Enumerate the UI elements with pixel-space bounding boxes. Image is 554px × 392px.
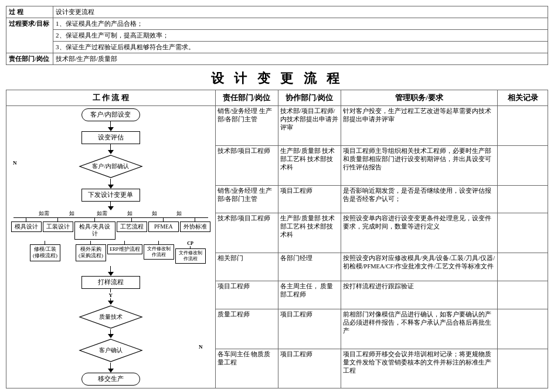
transfer-box: 移交生产: [81, 373, 140, 386]
collab-4: 生产部/质量部 技术部工艺科 技术部技术科: [278, 213, 341, 253]
page: 过 程 设计变更流程 过程要求/目标 1、保证模具生产的产品合格； 2、保证模具…: [0, 0, 554, 392]
requirement-1: 1、保证模具生产的产品合格；: [53, 18, 548, 30]
header-collab: 协作部门/岗位: [278, 90, 341, 106]
branch-label-4: 如: [118, 210, 142, 217]
sub-box-2: 模外采购(采购流程): [76, 244, 106, 261]
flow-customer-confirm: N 客户确认: [8, 338, 213, 363]
collab-5: 各部门经理: [278, 253, 341, 281]
confirm-text: 客户/内部确认: [92, 162, 129, 171]
sub-box-4: 文件修改制作流程: [144, 244, 174, 260]
main-title: 设 计 变 更 流 程: [6, 66, 548, 90]
requirement-2: 2、保证模具生产可制，提高正期效率；: [53, 30, 548, 42]
line: [110, 121, 111, 127]
manage-3: 是否影响近期发货，是否是否继续使用，设变评估报告是否经客户认可；: [341, 185, 498, 213]
manage-1: 针对客户投变，生产过程工艺改进等起草需要内技术部提出申请并评审: [341, 106, 498, 146]
collab-1: 技术部/项目工程师/内技术部提出申请并评审: [278, 106, 341, 146]
connector-4: [108, 202, 114, 210]
flow-evaluate: 设变评估: [8, 131, 213, 144]
manage-5: 按照设变内容对应修改模具/夹具/设备/工装/刀具/仅器/初检模/PFMEA/CF…: [341, 253, 498, 281]
dept-value: 技术部/生产部/质量部: [53, 53, 548, 65]
connector-8: [108, 363, 114, 373]
line: [110, 144, 111, 150]
record-6: [498, 281, 548, 309]
sub-box-5: 文件修改制作流程: [175, 248, 206, 264]
flow-quality: 质量技术: [8, 305, 213, 329]
dept-8: 各车间主任 物质质量工程: [215, 349, 278, 388]
flow-start: 客户/内部设变: [8, 108, 213, 121]
arrow: [108, 369, 114, 373]
dept-1: 销售/业务经理 生产部/各部门主管: [215, 106, 278, 146]
branch-labels: 如需 如 如需 如 如 如: [8, 210, 213, 217]
manage-7: 前相部门对像模信产品进行确认，如客户要确认的产品必须进样件报告，不释客户承认产品…: [341, 309, 498, 349]
record-8: [498, 349, 548, 388]
table-row: 客户/内部设变 设变评估: [6, 106, 548, 146]
confirm-diamond: 客户/内部确认: [79, 154, 143, 179]
manage-2: 项目工程师主导组织相关技术工程师，必要时生产部和质量部相应部门进行设变初期评估，…: [341, 145, 498, 185]
collab-8: 项目工程师: [278, 349, 341, 388]
top-info-table: 过 程 设计变更流程 过程要求/目标 1、保证模具生产的产品合格； 2、保证模具…: [6, 6, 548, 65]
line: [110, 202, 111, 206]
sub-left: 修模/工装(修模流程): [16, 241, 74, 261]
record-7: [498, 309, 548, 349]
branch-label-6: 如: [168, 210, 191, 217]
evaluate-box: 设变评估: [81, 131, 140, 144]
header-dept: 责任部门/岗位: [215, 90, 278, 106]
collab-2: 生产部/质量部 技术部工艺科 技术部技术科: [278, 145, 341, 185]
flow-transfer: 移交生产: [8, 373, 213, 386]
cp-label: CP: [187, 241, 193, 246]
n-label-2: N: [199, 344, 203, 350]
arrow: [108, 334, 114, 338]
dept-3: 销售/业务经理 生产部/各部门主管: [215, 185, 278, 213]
requirements-label: 过程要求/目标: [6, 18, 53, 53]
header-manage: 管理职务/要求: [341, 90, 498, 106]
sub-box-3: ERP维护流程: [107, 244, 142, 254]
connector-6: Y: [108, 289, 114, 305]
main-table: 工 作 流 程 责任部门/岗位 协作部门/岗位 管理职务/要求 相关记录 客户/…: [6, 90, 548, 388]
branch-box-2: 工装设计: [43, 221, 73, 232]
manage-4: 按照设变单内容进行设变变更条件处理意见，设变件要求，完成时间，数量等进行定义: [341, 213, 498, 253]
branch-label-1: 如需: [30, 210, 57, 217]
arrow: [108, 150, 114, 154]
arrow: [108, 185, 114, 189]
connector-3: [108, 179, 114, 189]
connector-5: [108, 266, 114, 276]
flow-diagram: 客户/内部设变 设变评估: [8, 107, 213, 387]
customer-confirm-diamond: 客户确认: [79, 338, 143, 363]
record-5: [498, 253, 548, 281]
customer-confirm-text: 客户确认: [99, 346, 123, 354]
connector-1: [108, 121, 114, 131]
manage-8: 项目工程师开移交会议并培训相对记录；将更规物质量文件发给下改管销委核本的文件并标…: [341, 349, 498, 388]
connector-7: [108, 329, 114, 338]
sub-right: 模外采购(采购流程) ERP维护流程 文件修改制作流程: [76, 241, 206, 264]
n-label-confirm: N: [13, 160, 17, 166]
branch-label-3: 如需: [87, 210, 117, 217]
record-3: [498, 185, 548, 213]
branch-label-5: 如: [143, 210, 166, 217]
connector-2: [108, 144, 114, 154]
dept-2: 技术部/项目工程师: [215, 145, 278, 185]
branch-label-2: 如: [59, 210, 86, 217]
manage-6: 按打样流程进行跟踪验证: [341, 281, 498, 309]
branch-box-4: 工艺流程: [117, 221, 147, 232]
dept-6: 项目工程师: [215, 281, 278, 309]
arrow: [108, 272, 114, 276]
header-record: 相关记录: [498, 90, 548, 106]
line: [110, 266, 111, 272]
record-1: [498, 106, 548, 146]
sub-box-1: 修模/工装(修模流程): [30, 244, 60, 261]
process-label: 过 程: [6, 6, 53, 18]
branch-boxes: 模具设计 工装设计 检具/夹具设计: [8, 218, 213, 240]
arrow: [108, 206, 114, 210]
sub-flow-row: 修模/工装(修模流程) 模外采购(采购流程): [8, 241, 213, 264]
line: [110, 329, 111, 334]
arrow: [108, 301, 114, 305]
dept-7: 质量工程师: [215, 309, 278, 349]
dept-label: 责任部门/岗位: [6, 53, 53, 65]
y-label: Y: [109, 292, 113, 298]
branch-box-3: 检具/夹具设计: [74, 221, 115, 240]
record-2: [498, 145, 548, 185]
flow-sample: 打样流程: [8, 276, 213, 289]
dept-5: 相关部门: [215, 253, 278, 281]
arrow: [108, 127, 114, 131]
flow-diagram-cell: 客户/内部设变 设变评估: [6, 106, 216, 388]
